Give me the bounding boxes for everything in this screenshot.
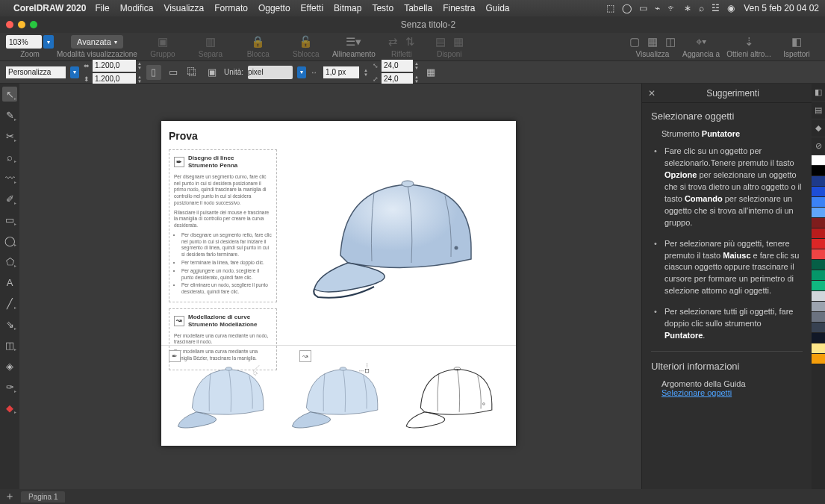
preset-dropdown[interactable]: ▾ <box>70 66 79 78</box>
drawing-canvas[interactable]: Prova ✒Disegno di lineeStrumento Penna P… <box>19 84 641 489</box>
color-swatch[interactable] <box>812 260 825 270</box>
artistic-media-tool[interactable]: ✐▸ <box>2 191 17 206</box>
all-pages-button[interactable]: ⿻ <box>185 65 200 80</box>
siri-icon[interactable]: ◉ <box>727 3 735 13</box>
pick-tool[interactable]: ↖▸ <box>2 87 17 102</box>
menu-bitmap[interactable]: Bitmap <box>334 3 361 13</box>
duplicate-x-input[interactable] <box>382 60 413 72</box>
guides-icon[interactable]: ◫ <box>665 35 676 49</box>
inspectors-icon[interactable]: ◧ <box>791 35 802 49</box>
color-swatch[interactable] <box>812 218 825 228</box>
menu-effects[interactable]: Effetti <box>301 3 323 13</box>
shadow-tool[interactable]: ◫▸ <box>2 337 17 352</box>
no-color-swatch[interactable]: ⊘ <box>812 137 825 155</box>
nudge-spinner[interactable]: ▲▼ <box>364 68 368 77</box>
group-icon[interactable]: ▣ <box>158 35 168 49</box>
battery-icon[interactable]: ▭ <box>639 3 647 13</box>
color-swatch[interactable] <box>812 312 825 323</box>
color-swatch[interactable] <box>812 323 825 333</box>
color-swatch[interactable] <box>812 155 825 166</box>
menu-table[interactable]: Tabella <box>404 3 432 13</box>
menu-edit[interactable]: Modifica <box>120 3 154 13</box>
color-swatch[interactable] <box>812 343 825 354</box>
color-swatch[interactable] <box>812 270 825 281</box>
close-docker-button[interactable]: ✕ <box>648 88 656 99</box>
add-page-button[interactable]: ＋ <box>4 490 15 503</box>
airdrop-icon[interactable]: ⌁ <box>655 3 660 13</box>
get-more-icon[interactable]: ⇣ <box>744 35 754 49</box>
menubar-clock[interactable]: Ven 5 feb 20 04 02 <box>744 3 819 13</box>
freehand-tool[interactable]: 〰▸ <box>2 170 17 185</box>
align-icon[interactable]: ☰▾ <box>346 35 361 49</box>
page-width-input[interactable] <box>93 60 136 72</box>
snap-icon[interactable]: ⌖▾ <box>696 35 706 49</box>
menu-object[interactable]: Oggetto <box>258 3 290 13</box>
transparency-tool[interactable]: ◈ <box>2 358 17 373</box>
page-tab-1[interactable]: Pagina 1 <box>21 491 65 503</box>
page-preset-select[interactable] <box>6 66 66 78</box>
spotlight-icon[interactable]: ⌕ <box>699 3 704 13</box>
height-spinner[interactable]: ▲▼ <box>137 75 142 84</box>
zoom-window-button[interactable] <box>30 21 37 28</box>
fill-tool[interactable]: ◆▸ <box>2 400 17 415</box>
dup-x-spinner[interactable]: ▲▼ <box>414 61 419 70</box>
docker-tab-1[interactable]: ◧ <box>812 84 825 102</box>
unlock-icon[interactable]: 🔓 <box>299 35 313 49</box>
color-swatch[interactable] <box>812 354 825 364</box>
portrait-button[interactable]: ▯ <box>146 65 161 80</box>
text-tool[interactable]: A <box>2 275 17 290</box>
docker-tab-2[interactable]: ▤ <box>812 102 825 119</box>
color-swatch[interactable] <box>812 197 825 208</box>
width-spinner[interactable]: ▲▼ <box>137 61 142 70</box>
landscape-button[interactable]: ▭ <box>166 65 181 80</box>
control-center-icon[interactable]: ☳ <box>712 3 720 13</box>
lock-icon[interactable]: 🔒 <box>251 35 265 49</box>
color-swatch[interactable] <box>812 239 825 249</box>
color-swatch[interactable] <box>812 208 825 218</box>
ellipse-tool[interactable]: ◯▸ <box>2 233 17 248</box>
bluetooth-icon[interactable]: ∗ <box>684 3 691 13</box>
unit-select[interactable] <box>248 66 293 79</box>
rectangle-tool[interactable]: ▭▸ <box>2 212 17 227</box>
nudge-input[interactable] <box>323 66 359 78</box>
order-back-icon[interactable]: ▦ <box>453 35 464 49</box>
dup-y-spinner[interactable]: ▲▼ <box>414 75 419 84</box>
minimize-window-button[interactable] <box>18 21 25 28</box>
sync-icon[interactable]: ◯ <box>622 3 632 13</box>
color-swatch[interactable] <box>812 176 825 187</box>
unit-dropdown[interactable]: ▾ <box>297 66 306 78</box>
mirror-h-icon[interactable]: ⇄ <box>388 35 398 49</box>
crop-tool[interactable]: ✂▸ <box>2 128 17 143</box>
pixel-grid-button[interactable]: ▦ <box>423 65 438 80</box>
color-swatch[interactable] <box>812 281 825 291</box>
close-window-button[interactable] <box>6 21 13 28</box>
grid-icon[interactable]: ▦ <box>647 35 658 49</box>
menu-view[interactable]: Visualizza <box>164 3 204 13</box>
menu-text[interactable]: Testo <box>372 3 393 13</box>
menu-window[interactable]: Finestra <box>443 3 475 13</box>
connector-tool[interactable]: ⇘▸ <box>2 317 17 332</box>
polygon-tool[interactable]: ⬠▸ <box>2 254 17 269</box>
color-swatch[interactable] <box>812 166 825 176</box>
fullscreen-icon[interactable]: ▢ <box>629 35 640 49</box>
dimension-tool[interactable]: ╱▸ <box>2 296 17 311</box>
wifi-icon[interactable]: ᯤ <box>667 3 676 13</box>
app-name[interactable]: CorelDRAW 2020 <box>13 3 86 13</box>
current-page-button[interactable]: ▣ <box>205 65 220 80</box>
mirror-v-icon[interactable]: ⇅ <box>405 35 415 49</box>
color-swatch[interactable] <box>812 333 825 343</box>
color-swatch[interactable] <box>812 187 825 197</box>
docker-tab-3[interactable]: ◆ <box>812 119 825 137</box>
eyedropper-tool[interactable]: ✑▸ <box>2 379 17 394</box>
color-swatch[interactable] <box>812 302 825 312</box>
dropbox-icon[interactable]: ⬚ <box>606 3 614 13</box>
zoom-input[interactable] <box>6 35 42 49</box>
help-topic-link[interactable]: Selezionare oggetti <box>661 388 732 397</box>
order-front-icon[interactable]: ▤ <box>435 35 446 49</box>
zoom-dropdown[interactable]: ▾ <box>43 35 54 49</box>
zoom-tool[interactable]: ⌕▸ <box>2 149 17 164</box>
ungroup-icon[interactable]: ▥ <box>205 35 216 49</box>
color-swatch[interactable] <box>812 291 825 302</box>
color-swatch[interactable] <box>812 249 825 260</box>
menu-file[interactable]: File <box>95 3 109 13</box>
